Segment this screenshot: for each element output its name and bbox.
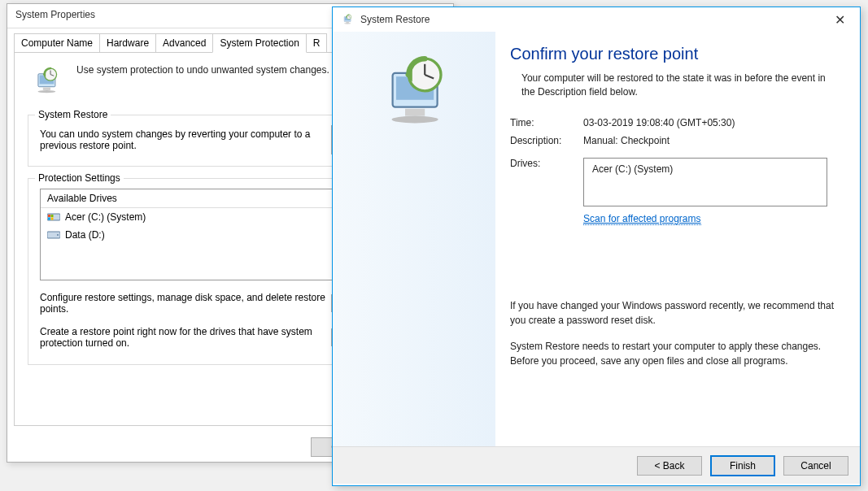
wizard-description: Your computer will be restored to the st… [521, 72, 840, 99]
tab-system-protection[interactable]: System Protection [212, 33, 306, 53]
back-button[interactable]: < Back [637, 456, 702, 476]
col-available-drives: Available Drives [41, 189, 347, 207]
close-icon: ✕ [835, 12, 845, 28]
tab-advanced[interactable]: Advanced [155, 33, 213, 53]
finish-button[interactable]: Finish [710, 455, 775, 476]
description-label: Description: [510, 135, 583, 146]
system-restore-wizard: System Restore ✕ Confirm your restore po… [332, 7, 861, 486]
drives-box: Acer (C:) (System) [583, 158, 827, 206]
create-text: Create a restore point right now for the… [40, 326, 331, 349]
wizard-sidebar [333, 32, 495, 446]
configure-text: Configure restore settings, manage disk … [40, 292, 331, 315]
restore-icon [28, 64, 65, 98]
drive-name: Acer (C:) (System) [65, 211, 146, 223]
restore-icon [341, 13, 354, 26]
restore-icon [369, 48, 459, 137]
restore-legend: System Restore [35, 109, 111, 120]
drive-icon [47, 212, 60, 222]
time-value: 03-03-2019 19:08:40 (GMT+05:30) [583, 117, 735, 128]
wizard-content: Confirm your restore point Your computer… [495, 32, 860, 446]
scan-affected-programs-link[interactable]: Scan for affected programs [583, 213, 701, 225]
drive-name: Data (D:) [65, 229, 105, 241]
restart-note: System Restore needs to restart your com… [510, 339, 840, 368]
cancel-button[interactable]: Cancel [783, 456, 848, 476]
protection-legend: Protection Settings [35, 172, 124, 184]
time-label: Time: [510, 117, 583, 128]
close-button[interactable]: ✕ [827, 11, 852, 28]
wizard-heading: Confirm your restore point [510, 45, 840, 63]
tab-remote[interactable]: R [306, 33, 328, 53]
restore-text: You can undo system changes by reverting… [40, 128, 331, 151]
tab-hardware[interactable]: Hardware [99, 33, 156, 53]
wizard-title: System Restore [360, 14, 827, 25]
drives-value: Acer (C:) (System) [592, 163, 673, 175]
password-note: If you have changed your Windows passwor… [510, 298, 840, 328]
description-value: Manual: Checkpoint [583, 135, 670, 146]
drives-label: Drives: [510, 158, 583, 169]
drive-icon [47, 230, 60, 240]
tab-computer-name[interactable]: Computer Name [14, 33, 100, 53]
